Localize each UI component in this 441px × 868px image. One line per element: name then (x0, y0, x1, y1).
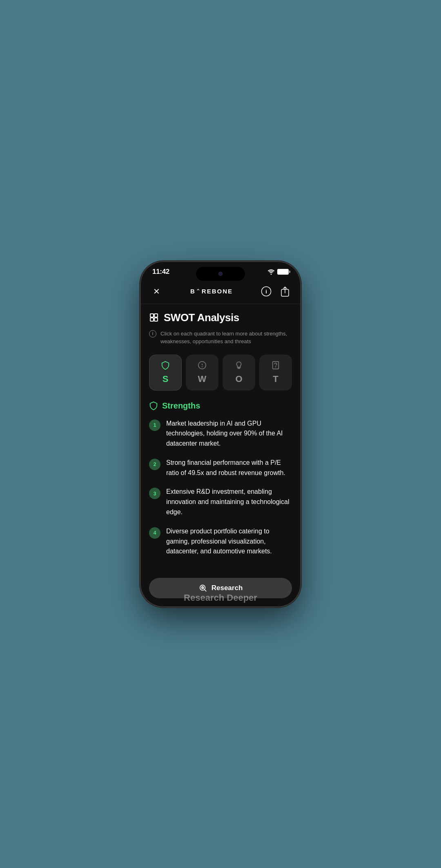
tab-strengths[interactable]: S (149, 355, 182, 391)
close-button[interactable]: ✕ (149, 284, 164, 299)
document-question-icon (271, 361, 280, 370)
info-row: i Click on each quadrant to learn more a… (149, 330, 292, 346)
strength-text-3: Extensive R&D investment, enabling innov… (166, 487, 292, 517)
nav-bar: ✕ B⌃REBONE i (141, 279, 300, 304)
svg-rect-6 (150, 318, 154, 321)
main-content: SWOT Analysis i Click on each quadrant t… (141, 304, 300, 599)
info-button[interactable]: i (259, 284, 273, 298)
status-bar: 11:42 (141, 262, 300, 279)
svg-rect-7 (154, 318, 158, 321)
nav-actions: i (259, 284, 292, 298)
info-icon: i (261, 286, 272, 297)
strength-item-3: 3 Extensive R&D investment, enabling inn… (149, 487, 292, 517)
svg-text:i: i (265, 289, 267, 295)
item-number-badge-3: 3 (149, 488, 160, 499)
info-description: Click on each quadrant to learn more abo… (160, 330, 292, 346)
wifi-icon (267, 269, 275, 275)
research-icon (198, 584, 207, 593)
strength-text-4: Diverse product portfolio catering to ga… (166, 526, 292, 557)
status-icons (267, 269, 289, 275)
svg-point-0 (271, 273, 272, 275)
strength-item-2: 2 Strong financial performance with a P/… (149, 458, 292, 478)
phone-frame: 11:42 ✕ B⌃REBONE (141, 262, 300, 606)
bottom-peek-text: Research Deeper (184, 593, 257, 603)
research-button-label: Research (212, 584, 243, 592)
tab-threats[interactable]: T (259, 355, 292, 391)
share-button[interactable] (278, 284, 292, 298)
section-header: Strengths (149, 401, 292, 411)
close-icon: ✕ (153, 286, 160, 296)
battery-icon (277, 269, 289, 275)
svg-point-10 (202, 366, 203, 367)
phone-inner: 11:42 ✕ B⌃REBONE (141, 262, 300, 606)
strength-item-4: 4 Diverse product portfolio catering to … (149, 526, 292, 557)
strength-item-1: 1 Market leadership in AI and GPU techno… (149, 419, 292, 449)
page-title: SWOT Analysis (164, 311, 239, 324)
nav-title: B⌃REBONE (190, 288, 233, 295)
tab-opportunities[interactable]: O (223, 355, 255, 391)
tab-t-label: T (273, 374, 278, 384)
page-header: SWOT Analysis (149, 311, 292, 324)
strength-text-1: Market leadership in AI and GPU technolo… (166, 419, 292, 449)
svg-rect-5 (154, 314, 158, 317)
tab-o-label: O (235, 374, 242, 384)
tab-w-label: W (198, 374, 207, 384)
share-icon (280, 286, 290, 297)
item-number-badge-4: 4 (149, 527, 160, 539)
warning-icon (198, 361, 207, 370)
lightbulb-icon (234, 361, 243, 370)
item-number-badge-1: 1 (149, 420, 160, 431)
swot-tabs: S W O (149, 355, 292, 391)
item-number-badge-2: 2 (149, 459, 160, 470)
strengths-shield-icon (149, 401, 158, 410)
strength-text-2: Strong financial performance with a P/E … (166, 458, 292, 478)
shield-icon-active (161, 361, 170, 370)
section-title: Strengths (162, 401, 200, 411)
svg-point-13 (276, 366, 276, 367)
info-circle-icon: i (149, 330, 156, 337)
bottom-peek: Research Deeper (141, 593, 300, 606)
svg-rect-4 (150, 314, 154, 317)
tab-s-label: S (163, 374, 169, 384)
grid-icon (149, 313, 159, 322)
tab-weaknesses[interactable]: W (186, 355, 218, 391)
status-time: 11:42 (152, 268, 169, 276)
